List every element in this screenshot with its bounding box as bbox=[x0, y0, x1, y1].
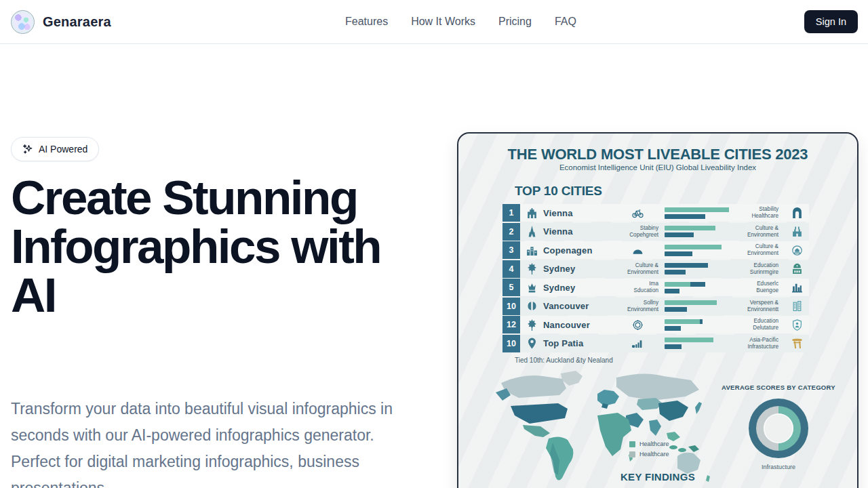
city-chart-icon bbox=[791, 282, 803, 293]
infographic-title: THE WORLD MOST LIVEABLE CITIES 2023 bbox=[458, 146, 857, 163]
score-bars bbox=[665, 226, 743, 237]
rank-cell: 5 bbox=[502, 279, 520, 296]
table-row: 4SydneyCulture &EnvironmentEducationSuri… bbox=[502, 260, 809, 278]
world-map bbox=[496, 367, 719, 488]
table-row: 1ViennaStabilityHealthcare bbox=[502, 204, 809, 222]
legend-item: Healthcare bbox=[629, 451, 669, 458]
map-legend: HealthcareHealthcare bbox=[629, 441, 669, 458]
tied-note: Tied 10th: Auckland &ty Nealand bbox=[515, 357, 613, 364]
city-name: Sydney bbox=[543, 283, 611, 293]
table-row: 2ViennaStabinyCopehgreetCulture &Environ… bbox=[502, 223, 809, 241]
emblem-icon bbox=[791, 245, 803, 256]
donut-label: Infrastucture bbox=[745, 464, 812, 470]
city-name: Vienna bbox=[543, 208, 611, 218]
table-row: 12NancouverEducationDelutature bbox=[502, 316, 809, 333]
nav-item-pricing[interactable]: Pricing bbox=[498, 16, 532, 28]
brand-logo-icon bbox=[11, 10, 35, 34]
category-label: Verspeen &Environnentt bbox=[743, 300, 785, 313]
location-pin-icon bbox=[526, 338, 538, 349]
score-bars bbox=[665, 207, 743, 219]
round-badge-icon bbox=[632, 319, 644, 331]
city-name: Sydney bbox=[543, 264, 611, 274]
category-label: Culture &Environment bbox=[743, 225, 785, 239]
ai-powered-badge: AI Powered bbox=[11, 137, 99, 161]
stats-icon bbox=[632, 338, 644, 349]
maple-leaf-icon bbox=[526, 319, 538, 331]
score-bars bbox=[665, 282, 743, 293]
city-name: Top Patia bbox=[543, 338, 611, 348]
maple-leaf-icon bbox=[526, 263, 538, 274]
city-name: Vienna bbox=[543, 226, 611, 237]
key-findings-title: KEY FINDINGS bbox=[458, 471, 857, 483]
buildings-icon bbox=[526, 245, 538, 256]
score-bars bbox=[665, 245, 743, 256]
metric-label: SollnyEnvironment bbox=[611, 300, 665, 313]
castle-icon bbox=[791, 226, 803, 237]
page-title: Create Stunning Infographics with AI bbox=[11, 174, 418, 320]
rank-cell: 3 bbox=[502, 241, 520, 259]
legend-swatch bbox=[629, 441, 635, 447]
score-bars bbox=[665, 300, 743, 312]
table-row: 10VancouverSollnyEnvironmentVerspeen &En… bbox=[502, 298, 809, 315]
score-bars bbox=[665, 338, 743, 349]
shield-icon bbox=[791, 319, 803, 331]
category-label: Culture &Environment bbox=[743, 243, 785, 257]
nav-item-how-it-works[interactable]: How It Works bbox=[411, 16, 475, 28]
table-row: 3CopenagenCulture &Environment bbox=[502, 241, 809, 259]
rank-cell: 10 bbox=[502, 335, 520, 352]
infographic-card: THE WORLD MOST LIVEABLE CITIES 2023 Econ… bbox=[457, 132, 859, 488]
rank-cell: 12 bbox=[502, 316, 520, 333]
main-nav: Features How It Works Pricing FAQ bbox=[345, 0, 576, 43]
sign-in-button[interactable]: Sign In bbox=[804, 10, 858, 33]
rank-cell: 4 bbox=[502, 260, 520, 278]
donut-chart bbox=[749, 399, 808, 458]
sparkles-icon bbox=[22, 144, 33, 155]
table-row: 10Top PatiaAsia-PacificInfrastucture bbox=[502, 335, 809, 352]
twin-towers-icon bbox=[791, 300, 803, 312]
split-circle-icon bbox=[526, 300, 538, 312]
gate-icon bbox=[791, 338, 803, 349]
avg-scores-title: AVERAGE SCORES BY CATEGORY bbox=[711, 384, 846, 391]
nav-item-faq[interactable]: FAQ bbox=[555, 16, 576, 28]
category-label: StabilityHealthcare bbox=[743, 206, 785, 220]
top10-heading: TOP 10 CITIES bbox=[515, 184, 602, 199]
table-row: 5SydneyImaSducationEduserlcBuengoe bbox=[502, 279, 809, 296]
infographic-subtitle: Economist Intelligence Unit (EIU) Global… bbox=[458, 163, 857, 171]
score-bars bbox=[665, 319, 743, 331]
metric-label: StabinyCopehgreet bbox=[611, 225, 665, 239]
crown-icon bbox=[526, 282, 538, 293]
brand: Genaraera bbox=[11, 0, 111, 43]
top-navbar: Genaraera Features How It Works Pricing … bbox=[0, 0, 868, 44]
top10-table: 1ViennaStabilityHealthcare2ViennaStabiny… bbox=[502, 204, 809, 353]
rank-cell: 10 bbox=[502, 298, 520, 315]
city-name: Nancouver bbox=[543, 320, 611, 330]
city-name: Copenagen bbox=[543, 245, 611, 256]
dome-building-icon bbox=[791, 263, 803, 274]
tower-icon bbox=[526, 226, 538, 237]
score-bars bbox=[665, 263, 743, 274]
hero-description: Transform your data into beautiful visua… bbox=[11, 396, 412, 488]
nav-item-features[interactable]: Features bbox=[345, 16, 388, 28]
arch-monument-icon bbox=[791, 207, 803, 219]
bicycle-icon bbox=[632, 207, 644, 219]
rank-cell: 1 bbox=[502, 204, 520, 222]
city-name: Vancouver bbox=[543, 301, 611, 311]
brand-name: Genaraera bbox=[43, 14, 111, 30]
metric-label: ImaSducation bbox=[611, 281, 665, 294]
ai-powered-badge-label: AI Powered bbox=[39, 144, 87, 155]
category-label: Asia-PacificInfrastucture bbox=[743, 337, 785, 350]
metric-label: Culture &Environment bbox=[611, 262, 665, 276]
category-label: EduserlcBuengoe bbox=[743, 281, 785, 294]
legend-swatch bbox=[629, 451, 635, 458]
cathedral-icon bbox=[526, 207, 538, 219]
category-label: EducationDelutature bbox=[743, 318, 785, 331]
legend-item: Healthcare bbox=[629, 441, 669, 447]
rank-cell: 2 bbox=[502, 223, 520, 241]
mound-icon bbox=[632, 245, 644, 256]
category-label: EducationSurinrmgire bbox=[743, 262, 785, 276]
